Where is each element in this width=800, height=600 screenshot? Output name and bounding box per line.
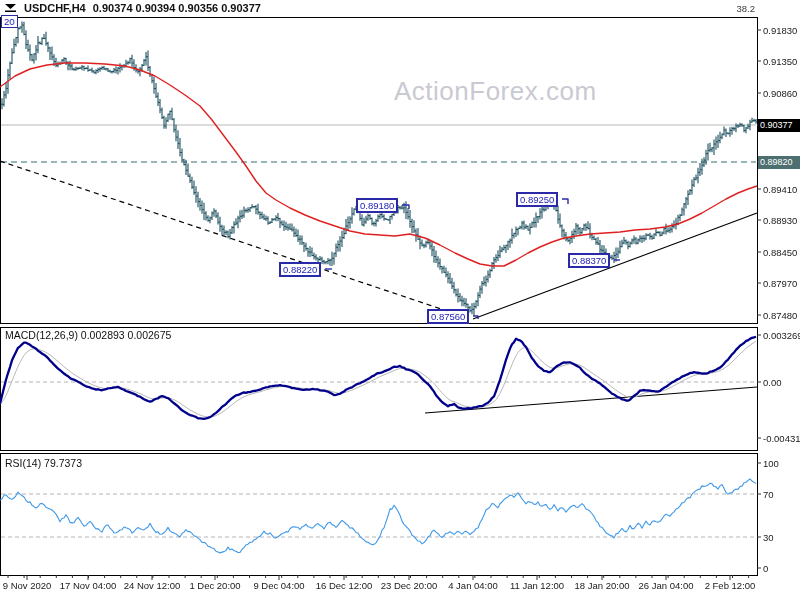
macd-axis-label: -0.004316: [763, 433, 800, 444]
rsi-panel-title: RSI(14) 79.7373: [5, 457, 82, 469]
current-price-tag: 0.90377: [758, 119, 800, 132]
price-axis-label: 0.87480: [763, 310, 797, 321]
price-level-annotation[interactable]: 0.88370: [568, 253, 610, 268]
time-axis-label: 2 Feb 12:00: [705, 580, 756, 591]
price-axis-label: 0.88450: [763, 247, 797, 258]
price-axis-label: 0.88930: [763, 215, 797, 226]
time-axis-label: 23 Dec 20:00: [381, 580, 438, 591]
ma-period-badge[interactable]: 20: [1, 15, 18, 28]
price-level-annotation[interactable]: 0.87560: [427, 309, 469, 324]
rsi-axis-label: 30: [763, 532, 774, 543]
chart-canvas[interactable]: [0, 0, 800, 600]
price-level-annotation[interactable]: 0.89180: [356, 198, 398, 213]
rsi-axis-label: 0: [763, 563, 768, 574]
price-level-annotation[interactable]: 0.89250: [516, 192, 558, 207]
time-axis-label: 17 Nov 04:00: [60, 580, 117, 591]
mt4-chart-window: ActionForex.com USDCHF,H4 0.90374 0.9039…: [0, 0, 800, 600]
fibonacci-level-label: 38.2: [737, 3, 756, 14]
time-axis-label: 16 Dec 12:00: [316, 580, 373, 591]
time-axis-label: 18 Jan 20:00: [575, 580, 630, 591]
ohlc-quote: 0.90374 0.90394 0.90356 0.90377: [93, 2, 261, 14]
price-level-annotation[interactable]: 0.88220: [279, 262, 321, 277]
rsi-axis-label: 100: [763, 458, 779, 469]
time-axis-label: 26 Jan 04:00: [639, 580, 694, 591]
time-axis-label: 11 Jan 12:00: [510, 580, 564, 591]
price-axis-label: 0.87970: [763, 278, 797, 289]
price-axis-label: 0.91350: [763, 56, 797, 67]
time-axis-label: 9 Dec 04:00: [253, 580, 304, 591]
resistance-level-tag: 0.89820: [758, 156, 800, 169]
price-axis-label: 0.91830: [763, 25, 797, 36]
chart-header: USDCHF,H4 0.90374 0.90394 0.90356 0.9037…: [4, 2, 261, 14]
time-axis-label: 24 Nov 12:00: [124, 580, 181, 591]
time-axis-label: 9 Nov 2020: [3, 580, 52, 591]
rsi-axis-label: 70: [763, 489, 774, 500]
macd-axis-label: 0.00: [763, 377, 782, 388]
time-axis-label: 4 Jan 04:00: [448, 580, 498, 591]
chart-shift-icon[interactable]: [4, 3, 17, 13]
macd-axis-label: 0.003269: [763, 330, 800, 341]
time-axis-label: 1 Dec 20:00: [189, 580, 240, 591]
symbol-title: USDCHF,H4: [24, 2, 86, 14]
price-axis-label: 0.89410: [763, 184, 797, 195]
macd-panel-title: MACD(12,26,9) 0.002893 0.002675: [5, 329, 171, 341]
price-axis-label: 0.90860: [763, 88, 797, 99]
